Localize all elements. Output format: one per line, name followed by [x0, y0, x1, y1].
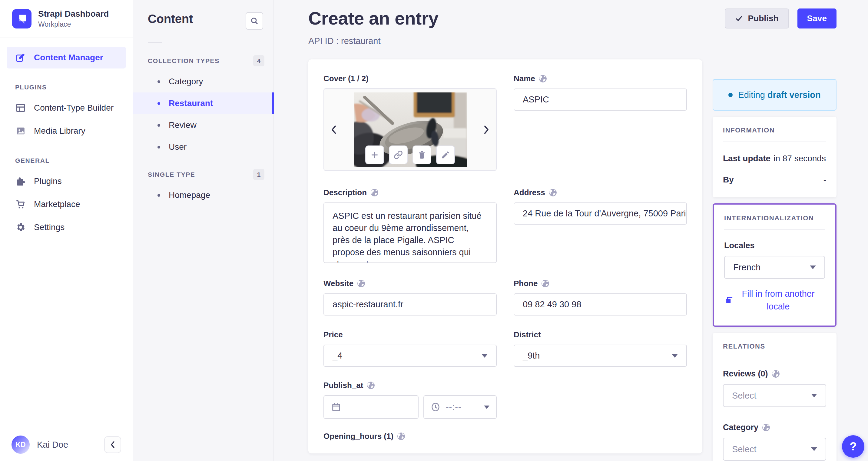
- chevron-down-icon: [484, 406, 489, 409]
- delete-asset-button[interactable]: [412, 145, 431, 164]
- link-icon: [394, 150, 403, 160]
- sidebar-item-label: Marketplace: [34, 199, 80, 209]
- by-row: By -: [723, 175, 826, 184]
- field-district: District _9th: [514, 330, 687, 367]
- subnav-item-label: Restaurant: [169, 98, 213, 108]
- fill-from-locale-link[interactable]: Fill in from another locale: [724, 287, 825, 313]
- sidebar-item-label: Content-Type Builder: [34, 103, 114, 113]
- information-card: INFORMATION Last update in 87 seconds By…: [713, 117, 837, 197]
- name-input[interactable]: ASPIC: [514, 88, 687, 111]
- strapi-logo-icon: [12, 9, 31, 28]
- publish-button-label: Publish: [748, 13, 778, 23]
- sidebar-item-content-manager[interactable]: Content Manager: [7, 47, 126, 68]
- calendar-icon: [331, 402, 341, 412]
- avatar: KD: [11, 436, 30, 454]
- subnav-item-label: Homepage: [169, 190, 210, 200]
- field-cover: Cover (1 / 2): [323, 74, 497, 171]
- sidebar-item-content-type-builder[interactable]: Content-Type Builder: [7, 97, 126, 119]
- website-label: Website: [323, 279, 497, 288]
- search-icon: [250, 17, 259, 25]
- district-select[interactable]: _9th: [514, 345, 687, 367]
- help-button[interactable]: ?: [842, 435, 864, 458]
- gear-icon: [15, 222, 26, 233]
- time-input[interactable]: --:--: [424, 395, 497, 419]
- subnav-item-user[interactable]: User: [133, 136, 274, 158]
- description-label: Description: [323, 188, 497, 197]
- globe-icon: [397, 432, 405, 440]
- information-title: INFORMATION: [723, 126, 826, 134]
- group-single-type: SINGLE TYPE 1: [133, 165, 274, 184]
- publish-at-controls: --:--: [323, 395, 497, 419]
- chevron-down-icon: [482, 354, 488, 358]
- carousel-prev-button[interactable]: [327, 123, 340, 136]
- form-row-4: Price _4 District _9th: [323, 330, 687, 367]
- draft-status-text: Editing draft version: [738, 90, 820, 100]
- bullet-icon: [157, 124, 160, 127]
- count-badge: 1: [253, 169, 265, 180]
- collapse-sidebar-button[interactable]: [104, 436, 121, 453]
- form-row-6: Opening_hours (1): [323, 432, 687, 446]
- website-input[interactable]: aspic-restaurant.fr: [323, 293, 497, 316]
- group-label: SINGLE TYPE: [148, 171, 195, 178]
- image-icon: [15, 125, 26, 136]
- add-asset-button[interactable]: [365, 145, 384, 164]
- status-dot-icon: [728, 93, 733, 97]
- reviews-select[interactable]: Select: [723, 384, 826, 407]
- cover-image-actions: [365, 145, 455, 164]
- header-actions: Publish Save: [725, 8, 837, 28]
- field-phone: Phone 09 82 49 30 98: [514, 279, 687, 316]
- subnav-item-review[interactable]: Review: [133, 114, 274, 136]
- chevron-left-icon: [330, 125, 338, 134]
- category-select[interactable]: Select: [723, 438, 826, 461]
- subnav-divider: [148, 42, 162, 43]
- sidebar-item-label: Media Library: [34, 126, 85, 136]
- chevron-down-icon: [810, 265, 816, 269]
- sidebar-item-label: Content Manager: [34, 53, 103, 62]
- phone-input[interactable]: 09 82 49 30 98: [514, 293, 687, 316]
- search-button[interactable]: [246, 12, 263, 30]
- subnav-item-label: Category: [169, 77, 203, 86]
- sidebar-item-settings[interactable]: Settings: [7, 217, 126, 238]
- app-title: Strapi Dashboard: [38, 9, 109, 19]
- edit-asset-button[interactable]: [436, 145, 455, 164]
- chevron-down-icon: [672, 354, 678, 358]
- description-textarea[interactable]: ASPIC est un restaurant parisien situé a…: [323, 202, 497, 263]
- locale-select[interactable]: French: [724, 256, 825, 279]
- api-id-subtitle: API ID : restaurant: [308, 36, 438, 46]
- clock-icon: [431, 402, 440, 412]
- page-title: Create an entry: [308, 8, 438, 29]
- draft-status-banner: Editing draft version: [713, 79, 837, 111]
- subnav-item-restaurant[interactable]: Restaurant: [133, 92, 274, 114]
- price-label: Price: [323, 330, 497, 340]
- carousel-next-button[interactable]: [480, 123, 493, 136]
- plus-icon: [370, 150, 379, 160]
- opening-hours-label: Opening_hours (1): [323, 432, 497, 441]
- address-label: Address: [514, 188, 687, 197]
- date-input[interactable]: [323, 395, 418, 419]
- subnav-item-homepage[interactable]: Homepage: [133, 184, 274, 206]
- sidebar-item-media-library[interactable]: Media Library: [7, 120, 126, 142]
- locales-label: Locales: [724, 241, 825, 250]
- sidebar-item-marketplace[interactable]: Marketplace: [7, 193, 126, 215]
- save-button-label: Save: [807, 13, 827, 23]
- sidebar-item-plugins[interactable]: Plugins: [7, 170, 126, 192]
- copy-icon: [724, 295, 735, 305]
- publish-button[interactable]: Publish: [725, 8, 789, 28]
- group-collection-types: COLLECTION TYPES 4: [133, 51, 274, 70]
- sidebar-item-label: Plugins: [34, 176, 62, 186]
- sidebar-section-general: GENERAL: [7, 143, 126, 170]
- subnav-item-label: Review: [169, 120, 196, 130]
- save-button[interactable]: Save: [798, 8, 837, 28]
- cover-label: Cover (1 / 2): [323, 74, 497, 83]
- subnav-header: Content: [133, 0, 274, 30]
- field-publish-at: Publish_at: [323, 381, 497, 419]
- address-input[interactable]: 24 Rue de la Tour d'Auvergne, 75009 Pari…: [514, 202, 687, 225]
- globe-icon: [541, 280, 549, 288]
- chevron-right-icon: [483, 125, 490, 134]
- phone-label: Phone: [514, 279, 687, 288]
- copy-link-button[interactable]: [389, 145, 408, 164]
- subnav-item-category[interactable]: Category: [133, 70, 274, 92]
- price-select[interactable]: _4: [323, 345, 497, 367]
- bullet-icon: [157, 194, 160, 197]
- puzzle-icon: [15, 176, 26, 187]
